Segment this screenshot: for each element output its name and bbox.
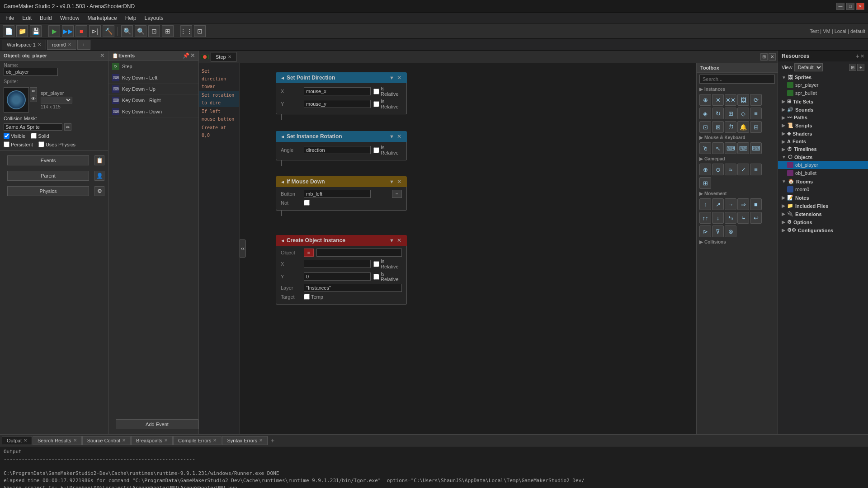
menu-file[interactable]: File: [2, 14, 18, 22]
source-tab-close[interactable]: ✕: [122, 438, 126, 443]
timer-icon[interactable]: ⏱: [725, 121, 736, 133]
toolbox-search-input[interactable]: [699, 75, 775, 84]
move-free-icon[interactable]: ↗: [712, 198, 724, 210]
events-panel-close[interactable]: ✕: [190, 52, 195, 59]
blend-icon[interactable]: ◇: [737, 108, 749, 119]
close-btn[interactable]: ✕: [856, 3, 864, 10]
toolbar-zoom-out[interactable]: 🔍: [135, 25, 146, 37]
section-paths[interactable]: ▶ 〰 Paths: [778, 113, 868, 121]
uses-physics-label[interactable]: Uses Physics: [38, 141, 75, 147]
set-rotation-angle-input[interactable]: [304, 146, 371, 154]
output-tab-compile-errors[interactable]: Compile Errors ✕: [173, 436, 222, 445]
add-workspace-btn[interactable]: +: [77, 40, 90, 50]
set-point-close[interactable]: ✕: [396, 75, 402, 81]
menu-build[interactable]: Build: [36, 14, 56, 22]
visible-check[interactable]: [4, 133, 9, 139]
physics-icon[interactable]: ⚙: [94, 186, 104, 196]
obj-player-item[interactable]: obj_player: [778, 161, 868, 169]
code-close-btn[interactable]: ✕: [769, 53, 776, 61]
toolbox-instances-section[interactable]: ▶ Instances: [697, 85, 778, 93]
create-obj-temp[interactable]: Temp: [304, 294, 323, 300]
menu-help[interactable]: Help: [122, 14, 140, 22]
if-mouse-not-check[interactable]: [304, 200, 310, 206]
section-configurations[interactable]: ▶ ⚙⚙ Configurations: [778, 226, 868, 234]
room0-item[interactable]: room0: [778, 185, 868, 193]
event-step[interactable]: ⟳ Step: [108, 61, 198, 72]
set-rotation-relative[interactable]: Is Relative: [373, 145, 402, 155]
breakpoints-tab-close[interactable]: ✕: [164, 438, 168, 443]
toolbar-snap[interactable]: ⊡: [194, 25, 206, 37]
sprite-select[interactable]: [41, 97, 72, 103]
set-point-y-relative[interactable]: Is Relative: [373, 99, 402, 109]
move-fixed-icon[interactable]: ↑: [699, 198, 711, 210]
spr-bullet-item[interactable]: spr_bullet: [778, 89, 868, 97]
create-obj-object-input[interactable]: [316, 249, 402, 257]
search-tab-close[interactable]: ✕: [73, 438, 77, 443]
section-sprites[interactable]: ▼ 🖼 Sprites: [778, 73, 868, 81]
if-mouse-button-input[interactable]: [304, 190, 371, 198]
add-output-tab-btn[interactable]: +: [268, 437, 277, 444]
res-sort-btn[interactable]: ⊞: [849, 64, 856, 71]
toolbox-gamepad-section[interactable]: ▶ Gamepad: [697, 155, 778, 163]
collapse-btn[interactable]: ‹‹: [240, 239, 246, 258]
create-obj-x-input[interactable]: [304, 260, 371, 268]
set-point-x-input[interactable]: [304, 87, 371, 95]
collision-edit-btn[interactable]: ✏: [64, 123, 71, 131]
toolbar-zoom-in[interactable]: 🔍: [121, 25, 133, 37]
instance-grid-icon[interactable]: ⊞: [750, 121, 762, 133]
spr-player-item[interactable]: spr_player: [778, 81, 868, 89]
create-obj-expand[interactable]: ▼: [388, 237, 395, 244]
gamepad-vibrate-icon[interactable]: ≈: [725, 164, 736, 175]
toolbar-build[interactable]: 🔨: [103, 25, 114, 37]
set-point-header[interactable]: ◄ Set Point Direction ▼ ✕: [276, 72, 407, 83]
solid-check[interactable]: [31, 133, 37, 139]
set-hspeed-icon[interactable]: ⊳: [699, 225, 711, 237]
transform-icon[interactable]: ⟳: [750, 94, 762, 106]
set-point-expand[interactable]: ▼: [388, 75, 395, 81]
move-speed-icon[interactable]: ⇒: [737, 198, 749, 210]
gamepad-list-icon[interactable]: ≡: [750, 164, 762, 175]
code-line-1[interactable]: Set direction towar: [199, 67, 239, 91]
minimize-btn[interactable]: —: [836, 3, 844, 10]
if-mouse-expand[interactable]: ▼: [388, 178, 395, 185]
code-tab-close[interactable]: ✕: [228, 54, 231, 59]
workspace-tab-1-close[interactable]: ✕: [38, 42, 41, 47]
toolbar-run[interactable]: ▶: [48, 25, 60, 37]
create-obj-y-input[interactable]: [304, 272, 371, 281]
set-speed-icon[interactable]: ⊗: [725, 225, 736, 237]
code-tab-step[interactable]: Step ✕: [211, 52, 236, 62]
if-mouse-close[interactable]: ✕: [396, 178, 402, 185]
move-towards-icon[interactable]: →: [725, 198, 736, 210]
res-add2-btn[interactable]: +: [857, 64, 864, 71]
event-key-down[interactable]: ⌨ Key Down - Down: [108, 106, 198, 117]
compile-errors-tab-close[interactable]: ✕: [213, 438, 217, 443]
jump-icon[interactable]: ↑↑: [699, 212, 711, 224]
gamepad-axis-icon[interactable]: ⊕: [699, 164, 711, 175]
if-mouse-header[interactable]: ◄ If Mouse Down ▼ ✕: [276, 176, 407, 187]
persistent-check[interactable]: [4, 141, 9, 147]
toolbar-save[interactable]: 💾: [30, 25, 42, 37]
output-tab-source[interactable]: Source Control ✕: [82, 436, 131, 445]
persistent-label[interactable]: Persistent: [4, 141, 33, 147]
event-key-right[interactable]: ⌨ Key Down - Right: [108, 95, 198, 106]
section-timelines[interactable]: ▶ ⏱ Timelines: [778, 145, 868, 153]
get-pos-icon[interactable]: ⊠: [712, 121, 724, 133]
create-obj-y-relative[interactable]: Is Relative: [373, 271, 402, 282]
object-panel-close[interactable]: ✕: [100, 52, 104, 59]
menu-layouts[interactable]: Layouts: [141, 14, 167, 22]
section-sounds[interactable]: ▶ 🔊 Sounds: [778, 105, 868, 113]
physics-btn[interactable]: Physics: [7, 186, 89, 196]
events-icon[interactable]: 📋: [94, 155, 104, 165]
resources-add-btn[interactable]: +: [856, 52, 859, 60]
set-rotation-header[interactable]: ◄ Set Instance Rotation ▼ ✕: [276, 131, 407, 142]
code-line-3[interactable]: If left mouse button: [199, 107, 239, 123]
resources-view-select[interactable]: Default: [794, 63, 823, 71]
output-tab-search[interactable]: Search Results ✕: [33, 436, 82, 445]
toolbox-movement-section[interactable]: ▶ Movement: [697, 190, 778, 197]
workspace-tab-2-close[interactable]: ✕: [68, 42, 71, 47]
toolbar-step[interactable]: ⊳|: [89, 25, 101, 37]
collision-icon[interactable]: ◈: [699, 108, 711, 119]
name-input[interactable]: [4, 68, 58, 76]
parent-icon[interactable]: 👤: [94, 171, 104, 181]
visible-label[interactable]: Visible: [4, 133, 25, 139]
